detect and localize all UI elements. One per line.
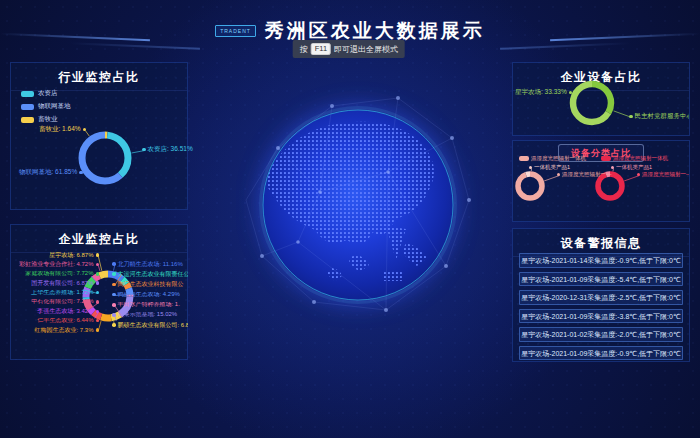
label-dot bbox=[112, 323, 116, 327]
device-ratio-panel: 企业设备占比 星宇农场: 33.33% 民主村党群服务中心: bbox=[512, 62, 690, 136]
label-dot bbox=[112, 293, 116, 297]
enterprise-label: 大运河生态农业有限责任公 bbox=[112, 271, 188, 277]
classification-left-donut[interactable] bbox=[510, 166, 550, 206]
corner-bracket bbox=[180, 202, 188, 210]
label-dot bbox=[112, 303, 116, 307]
legend-swatch bbox=[21, 91, 34, 97]
label-dot bbox=[637, 173, 640, 176]
label-text: 陶门生态农业科技有限公 bbox=[118, 281, 184, 287]
pointer-label: 温湿度光照辐射一— bbox=[557, 171, 612, 178]
device-classification-panel: 设备分类占比 温湿度光照辐射一体机 一体机类产品1 温湿度光照辐射一— 温湿度光… bbox=[512, 140, 690, 222]
corner-bracket bbox=[682, 128, 690, 136]
enterprise-label: 彩虹渔业专业合作社: 4.72% bbox=[15, 261, 99, 267]
label-text: 家庭农场有限公司: 7.72% bbox=[25, 271, 93, 277]
corner-bracket bbox=[180, 352, 188, 360]
panel-title: 企业监控占比 bbox=[11, 225, 187, 253]
label-text: 温湿度光照辐射一— bbox=[562, 171, 612, 178]
chart-label-text: 物联网基地: 61.85% bbox=[19, 168, 77, 177]
enterprise-left-labels: 星宇农场: 6.87% 彩虹渔业专业合作社: 4.72% 家庭农场有限公司: 7… bbox=[15, 252, 99, 333]
device-donut-chart[interactable] bbox=[562, 73, 622, 133]
chart-label-text: 农资店: 36.51% bbox=[148, 145, 193, 154]
label-text: 星宇农场: 6.87% bbox=[49, 252, 93, 258]
alarm-info-panel: 设备警报信息 星宇农场-2021-01-14采集温度:-0.9℃,低于下限:0℃… bbox=[512, 228, 690, 362]
label-text: 鸭甜园生态农场: 4.29% bbox=[118, 292, 180, 298]
corner-bracket bbox=[682, 140, 690, 148]
legend-item[interactable]: 温湿度光照辐射一体机 bbox=[519, 155, 586, 162]
f11-key: F11 bbox=[311, 43, 331, 55]
label-dot bbox=[96, 319, 100, 323]
chart-label-store: 农资店: 36.51% bbox=[142, 145, 193, 154]
continent-dots bbox=[264, 122, 434, 281]
legend-item[interactable]: 物联网基地 bbox=[21, 102, 71, 111]
corner-bracket bbox=[512, 140, 520, 148]
legend-item[interactable]: 农资店 bbox=[21, 89, 71, 98]
legend-label: 农资店 bbox=[38, 89, 58, 98]
enterprise-label: 中石化有限公司: 7.29% bbox=[15, 299, 99, 305]
legend-label: 温湿度光照辐射一体机 bbox=[531, 155, 586, 162]
alarm-row: 星宇农场-2021-01-14采集温度:-0.9℃,低于下限:0℃ bbox=[519, 253, 683, 268]
legend-item[interactable]: 温湿度光照辐射一体机 bbox=[601, 155, 668, 162]
legend-swatch bbox=[519, 156, 529, 161]
globe-visualization bbox=[236, 80, 480, 330]
label-dot bbox=[557, 173, 560, 176]
label-dot bbox=[529, 166, 532, 169]
chart-label-text: 畜牧业: 1.64% bbox=[39, 125, 81, 134]
alarm-row: 星宇农场-2021-01-09采集温度:-3.8℃,低于下限:0℃ bbox=[519, 309, 683, 324]
enterprise-right-labels: 北刀鞘生态农场: 11.16% 大运河生态农业有限责任公 陶门生态农业科技有限公… bbox=[112, 261, 188, 328]
fullscreen-tip: 按 F11 即可退出全屏模式 bbox=[293, 40, 405, 58]
corner-bracket bbox=[682, 62, 690, 70]
label-text: 一体机类产品1 bbox=[534, 164, 570, 171]
corner-bracket bbox=[682, 214, 690, 222]
label-dot bbox=[96, 281, 100, 285]
alarm-row: 星宇农场-2021-01-09采集温度:-5.4℃,低于下限:0℃ bbox=[519, 272, 683, 287]
label-dot bbox=[112, 262, 116, 266]
corner-bracket bbox=[512, 128, 520, 136]
industry-monitor-panel: 行业监控占比 农资店 物联网基地 畜牧业 畜牧业: 1.64% 农资店: 36.… bbox=[10, 62, 188, 210]
corner-bracket bbox=[512, 62, 520, 70]
label-text: 一体机类产品1 bbox=[616, 164, 652, 171]
alarm-row: 星宇农场-2020-12-31采集温度:-2.5℃,低于下限:0℃ bbox=[519, 290, 683, 305]
alarm-row: 星宇农场-2021-01-02采集温度:-2.0℃,低于下限:0℃ bbox=[519, 327, 683, 342]
enterprise-label: 国开发有限公司: 6.87% bbox=[15, 280, 99, 286]
tip-prefix: 按 bbox=[300, 44, 308, 55]
chart-label-left: 星宇农场: 33.33% bbox=[515, 88, 572, 97]
label-dot bbox=[112, 313, 116, 317]
chart-label-iot: 物联网基地: 61.85% bbox=[19, 168, 83, 177]
enterprise-label: 陶门生态农业科技有限公 bbox=[112, 281, 188, 287]
label-text: 中石化有限公司: 7.29% bbox=[31, 299, 93, 305]
chart-label-livestock: 畜牧业: 1.64% bbox=[39, 125, 86, 134]
alarm-list: 星宇农场-2021-01-14采集温度:-0.9℃,低于下限:0℃ 星宇农场-2… bbox=[519, 253, 683, 360]
alarm-row: 星宇农场-2021-01-09采集温度:-0.9℃,低于下限:0℃ bbox=[519, 346, 683, 361]
legend-item[interactable]: 畜牧业 bbox=[21, 115, 71, 124]
label-dot bbox=[96, 310, 100, 314]
label-dot bbox=[96, 300, 100, 304]
legend-label: 物联网基地 bbox=[38, 102, 71, 111]
corner-bracket bbox=[682, 228, 690, 236]
mesh-lines bbox=[246, 98, 469, 310]
industry-donut-chart[interactable] bbox=[75, 128, 135, 188]
chart-label-text: 民主村党群服务中心: bbox=[635, 112, 690, 121]
label-dot bbox=[83, 128, 87, 132]
enterprise-label: 星宇农场: 6.87% bbox=[15, 252, 99, 258]
corner-bracket bbox=[512, 214, 520, 222]
logo-badge[interactable]: TRADENT bbox=[215, 25, 256, 37]
sub-label: 一体机类产品1 bbox=[529, 164, 570, 171]
dashboard: TRADENT 秀洲区农业大数据展示 按 F11 即可退出全屏模式 行业监控占比… bbox=[0, 0, 700, 438]
corner-bracket bbox=[10, 352, 18, 360]
label-dot bbox=[611, 166, 614, 169]
enterprise-label: 家庭农场有限公司: 7.72% bbox=[15, 271, 99, 277]
label-text: 彩虹渔业专业合作社: 4.72% bbox=[19, 261, 93, 267]
corner-bracket bbox=[10, 62, 18, 70]
sub-label: 一体机类产品1 bbox=[611, 164, 652, 171]
label-dot bbox=[96, 272, 100, 276]
pointer-label: 温湿度光照辐射一— bbox=[637, 171, 689, 178]
label-dot bbox=[629, 115, 633, 119]
label-text: 瓜菜示范基地: 15.02% bbox=[118, 312, 178, 318]
enterprise-label: 仁丰生态农业: 6.44% bbox=[15, 318, 99, 324]
label-text: 红梅园生态农业: 7.3% bbox=[34, 327, 93, 333]
corner-bracket bbox=[512, 228, 520, 236]
chart-label-right: 民主村党群服务中心: bbox=[629, 112, 689, 121]
panel-title: 行业监控占比 bbox=[11, 63, 187, 91]
label-text: 国开发有限公司: 6.87% bbox=[31, 280, 93, 286]
label-text: 北刀鞘生态农场: 11.16% bbox=[118, 261, 183, 267]
